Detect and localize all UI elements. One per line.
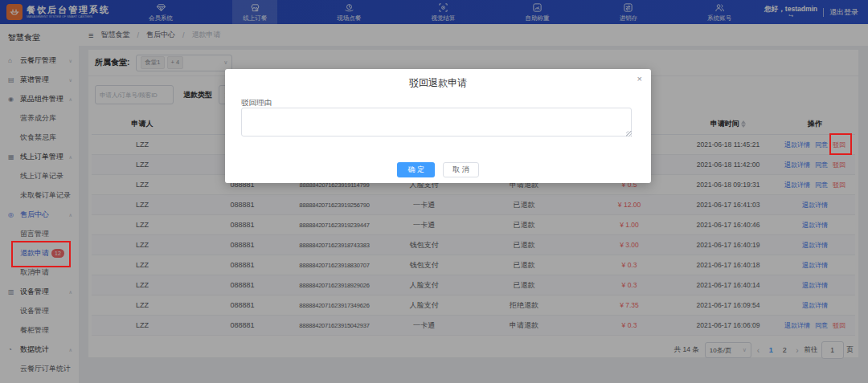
cancel-button[interactable]: 取 消 [443,162,479,177]
textarea-resize-handle[interactable] [626,131,632,136]
close-icon[interactable]: × [637,75,642,84]
reject-reason-textarea[interactable] [241,108,632,136]
modal-title: 驳回退款申请 [225,69,651,90]
confirm-button[interactable]: 确 定 [397,162,435,177]
modal-overlay [0,0,868,383]
modal-footer: 确 定 取 消 [225,162,651,177]
reject-refund-modal: 驳回退款申请 × 驳回理由 确 定 取 消 [225,69,651,183]
